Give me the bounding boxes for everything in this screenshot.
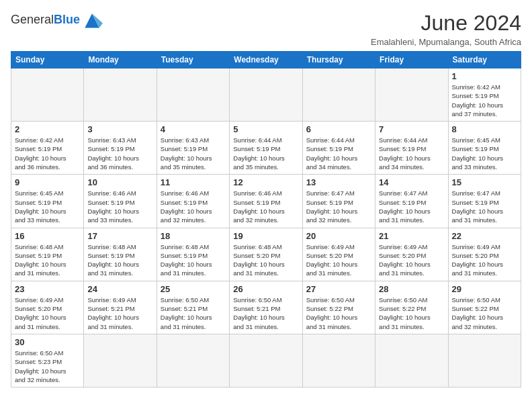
logo-general: General (11, 13, 54, 26)
logo: GeneralBlue (11, 11, 103, 30)
date-number: 25 (161, 284, 226, 294)
calendar-cell (84, 68, 157, 122)
date-number: 17 (87, 231, 152, 241)
day-info: Sunrise: 6:48 AM Sunset: 5:19 PM Dayligh… (87, 242, 152, 278)
calendar-cell (157, 68, 229, 122)
day-info: Sunrise: 6:44 AM Sunset: 5:19 PM Dayligh… (306, 136, 371, 171)
header-tuesday: Tuesday (157, 52, 229, 68)
calendar-week-6: 30Sunrise: 6:50 AM Sunset: 5:23 PM Dayli… (11, 334, 521, 387)
calendar-week-5: 23Sunrise: 6:49 AM Sunset: 5:20 PM Dayli… (11, 281, 521, 334)
header-friday: Friday (375, 52, 448, 68)
day-info: Sunrise: 6:50 AM Sunset: 5:22 PM Dayligh… (379, 295, 444, 331)
date-number: 29 (452, 284, 517, 294)
day-info: Sunrise: 6:48 AM Sunset: 5:19 PM Dayligh… (15, 242, 80, 278)
date-number: 12 (233, 177, 298, 187)
day-info: Sunrise: 6:50 AM Sunset: 5:21 PM Dayligh… (233, 295, 298, 331)
calendar-cell: 17Sunrise: 6:48 AM Sunset: 5:19 PM Dayli… (84, 228, 157, 281)
day-info: Sunrise: 6:49 AM Sunset: 5:20 PM Dayligh… (15, 295, 80, 331)
day-info: Sunrise: 6:46 AM Sunset: 5:19 PM Dayligh… (161, 189, 226, 224)
calendar-cell: 2Sunrise: 6:42 AM Sunset: 5:19 PM Daylig… (11, 122, 84, 175)
day-info: Sunrise: 6:43 AM Sunset: 5:19 PM Dayligh… (87, 136, 152, 171)
title-block: June 2024 Emalahleni, Mpumalanga, South … (371, 11, 521, 47)
calendar-cell: 14Sunrise: 6:47 AM Sunset: 5:19 PM Dayli… (375, 175, 448, 228)
date-number: 28 (379, 284, 444, 294)
date-number: 14 (379, 177, 444, 187)
calendar-cell: 12Sunrise: 6:46 AM Sunset: 5:19 PM Dayli… (230, 175, 302, 228)
calendar-cell: 6Sunrise: 6:44 AM Sunset: 5:19 PM Daylig… (302, 122, 375, 175)
calendar-cell: 20Sunrise: 6:49 AM Sunset: 5:20 PM Dayli… (302, 228, 375, 281)
calendar-cell: 18Sunrise: 6:48 AM Sunset: 5:19 PM Dayli… (157, 228, 229, 281)
header-thursday: Thursday (302, 52, 375, 68)
date-number: 27 (306, 284, 371, 294)
day-info: Sunrise: 6:49 AM Sunset: 5:21 PM Dayligh… (87, 295, 152, 331)
calendar-cell: 11Sunrise: 6:46 AM Sunset: 5:19 PM Dayli… (157, 175, 229, 228)
date-number: 18 (161, 231, 226, 241)
day-info: Sunrise: 6:46 AM Sunset: 5:19 PM Dayligh… (233, 189, 298, 224)
calendar-cell: 16Sunrise: 6:48 AM Sunset: 5:19 PM Dayli… (11, 228, 84, 281)
date-number: 5 (233, 124, 298, 134)
calendar-cell: 15Sunrise: 6:47 AM Sunset: 5:19 PM Dayli… (448, 175, 521, 228)
date-number: 24 (87, 284, 152, 294)
calendar-cell: 21Sunrise: 6:49 AM Sunset: 5:20 PM Dayli… (375, 228, 448, 281)
calendar-cell: 13Sunrise: 6:47 AM Sunset: 5:19 PM Dayli… (302, 175, 375, 228)
calendar-cell: 25Sunrise: 6:50 AM Sunset: 5:21 PM Dayli… (157, 281, 229, 334)
date-number: 11 (161, 177, 226, 187)
day-info: Sunrise: 6:47 AM Sunset: 5:19 PM Dayligh… (379, 189, 444, 224)
calendar-cell: 30Sunrise: 6:50 AM Sunset: 5:23 PM Dayli… (11, 334, 84, 387)
day-info: Sunrise: 6:47 AM Sunset: 5:19 PM Dayligh… (306, 189, 371, 224)
date-number: 15 (452, 177, 517, 187)
date-number: 6 (306, 124, 371, 134)
date-number: 20 (306, 231, 371, 241)
date-number: 2 (15, 124, 80, 134)
calendar-cell: 9Sunrise: 6:45 AM Sunset: 5:19 PM Daylig… (11, 175, 84, 228)
calendar-week-3: 9Sunrise: 6:45 AM Sunset: 5:19 PM Daylig… (11, 175, 521, 228)
page: GeneralBlue June 2024 Emalahleni, Mpumal… (0, 0, 532, 393)
day-info: Sunrise: 6:44 AM Sunset: 5:19 PM Dayligh… (233, 136, 298, 171)
date-number: 10 (87, 177, 152, 187)
calendar-cell (448, 334, 521, 387)
calendar-cell: 26Sunrise: 6:50 AM Sunset: 5:21 PM Dayli… (230, 281, 302, 334)
date-number: 9 (15, 177, 80, 187)
day-info: Sunrise: 6:43 AM Sunset: 5:19 PM Dayligh… (161, 136, 226, 171)
day-info: Sunrise: 6:49 AM Sunset: 5:20 PM Dayligh… (306, 242, 371, 278)
day-info: Sunrise: 6:47 AM Sunset: 5:19 PM Dayligh… (452, 189, 517, 224)
calendar-cell: 3Sunrise: 6:43 AM Sunset: 5:19 PM Daylig… (84, 122, 157, 175)
date-number: 21 (379, 231, 444, 241)
calendar-cell: 5Sunrise: 6:44 AM Sunset: 5:19 PM Daylig… (230, 122, 302, 175)
day-info: Sunrise: 6:42 AM Sunset: 5:19 PM Dayligh… (452, 83, 517, 118)
date-number: 30 (15, 337, 80, 347)
calendar-cell: 4Sunrise: 6:43 AM Sunset: 5:19 PM Daylig… (157, 122, 229, 175)
calendar-cell: 27Sunrise: 6:50 AM Sunset: 5:22 PM Dayli… (302, 281, 375, 334)
day-info: Sunrise: 6:46 AM Sunset: 5:19 PM Dayligh… (87, 189, 152, 224)
day-info: Sunrise: 6:50 AM Sunset: 5:23 PM Dayligh… (15, 349, 80, 384)
day-info: Sunrise: 6:42 AM Sunset: 5:19 PM Dayligh… (15, 136, 80, 171)
day-info: Sunrise: 6:49 AM Sunset: 5:20 PM Dayligh… (452, 242, 517, 278)
date-number: 26 (233, 284, 298, 294)
calendar-cell: 23Sunrise: 6:49 AM Sunset: 5:20 PM Dayli… (11, 281, 84, 334)
calendar-cell (157, 334, 229, 387)
calendar-week-2: 2Sunrise: 6:42 AM Sunset: 5:19 PM Daylig… (11, 122, 521, 175)
date-number: 1 (452, 71, 517, 81)
calendar-week-4: 16Sunrise: 6:48 AM Sunset: 5:19 PM Dayli… (11, 228, 521, 281)
calendar-cell: 22Sunrise: 6:49 AM Sunset: 5:20 PM Dayli… (448, 228, 521, 281)
calendar-cell (11, 68, 84, 122)
calendar-cell: 10Sunrise: 6:46 AM Sunset: 5:19 PM Dayli… (84, 175, 157, 228)
date-number: 8 (452, 124, 517, 134)
header-wednesday: Wednesday (230, 52, 302, 68)
day-info: Sunrise: 6:50 AM Sunset: 5:21 PM Dayligh… (161, 295, 226, 331)
weekday-header-row: Sunday Monday Tuesday Wednesday Thursday… (11, 52, 521, 68)
day-info: Sunrise: 6:50 AM Sunset: 5:22 PM Dayligh… (452, 295, 517, 331)
day-info: Sunrise: 6:50 AM Sunset: 5:22 PM Dayligh… (306, 295, 371, 331)
calendar-cell: 28Sunrise: 6:50 AM Sunset: 5:22 PM Dayli… (375, 281, 448, 334)
calendar-cell (230, 68, 302, 122)
calendar-cell: 29Sunrise: 6:50 AM Sunset: 5:22 PM Dayli… (448, 281, 521, 334)
date-number: 13 (306, 177, 371, 187)
calendar-cell (375, 334, 448, 387)
calendar-cell (302, 68, 375, 122)
date-number: 7 (379, 124, 444, 134)
calendar-cell: 24Sunrise: 6:49 AM Sunset: 5:21 PM Dayli… (84, 281, 157, 334)
calendar-cell (84, 334, 157, 387)
date-number: 4 (161, 124, 226, 134)
calendar-week-1: 1Sunrise: 6:42 AM Sunset: 5:19 PM Daylig… (11, 68, 521, 122)
date-number: 22 (452, 231, 517, 241)
